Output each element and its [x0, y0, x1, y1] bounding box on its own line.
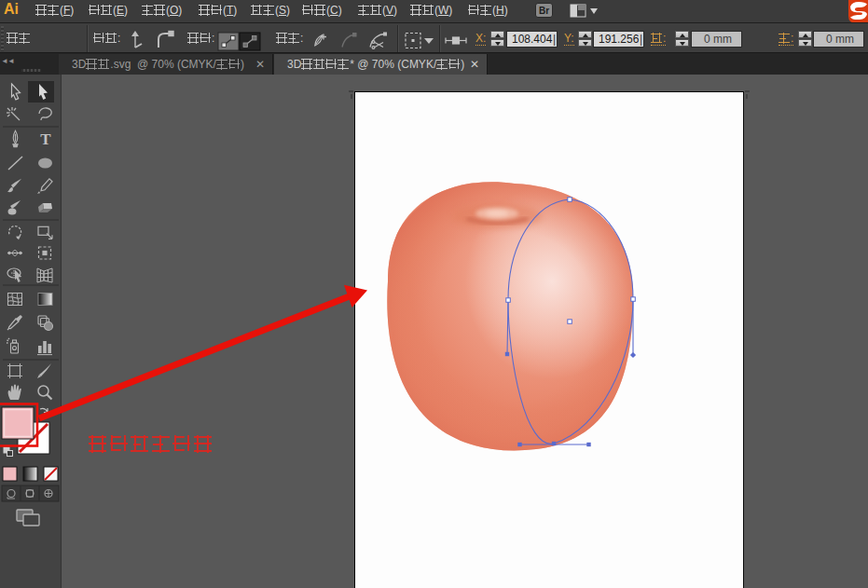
svg-text:T: T [40, 130, 51, 148]
